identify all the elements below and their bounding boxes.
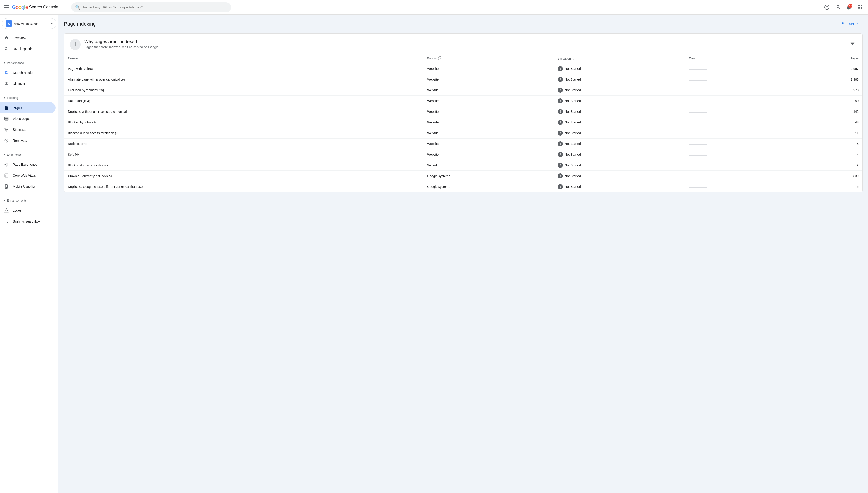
cell-pages: 273 [796,85,862,95]
card-title-area: Why pages aren't indexed Pages that aren… [84,39,845,49]
sidebar-item-logos[interactable]: Logos [0,205,56,216]
cell-pages: 5 [796,181,862,192]
cell-trend [685,63,796,74]
trend-sparkline [689,69,707,70]
sitemaps-icon [4,127,9,132]
validation-status-label: Not Started [565,174,581,178]
cell-source: Website [423,63,554,74]
trend-sparkline [689,177,707,177]
cell-trend [685,138,796,149]
svg-marker-23 [4,209,8,213]
sidebar-item-page-experience[interactable]: Page Experience [0,159,56,170]
svg-rect-13 [5,118,7,120]
table-row[interactable]: Excluded by 'noindex' tag Website ! Not … [64,85,862,95]
cell-validation: ! Not Started [554,85,685,95]
sidebar-item-sitemaps[interactable]: Sitemaps [0,124,56,135]
cell-reason: Duplicate without user-selected canonica… [64,106,423,117]
cell-source: Website [423,85,554,95]
sidebar-item-search-results[interactable]: G Search results [0,67,56,78]
sidebar-item-overview[interactable]: Overview [0,33,56,43]
validation-status-label: Not Started [565,153,581,156]
sidebar-item-pages[interactable]: Pages [0,102,56,113]
svg-rect-4 [859,5,860,6]
indexing-section-header[interactable]: ▾ Indexing [0,93,58,102]
cell-trend [685,106,796,117]
discover-icon: ✳ [4,81,9,86]
cell-reason: Crawled - currently not indexed [64,171,423,181]
validation-status-label: Not Started [565,131,581,135]
cell-pages: 250 [796,95,862,106]
hamburger-menu[interactable] [4,4,9,10]
search-small-icon [4,46,9,51]
validation-status-label: Not Started [565,142,581,146]
filter-button[interactable] [848,39,857,49]
notifications-button[interactable]: 23 [844,3,853,12]
svg-rect-9 [858,8,859,9]
cell-trend [685,181,796,192]
svg-rect-7 [859,7,860,8]
cell-validation: ! Not Started [554,95,685,106]
table-row[interactable]: Page with redirect Website ! Not Started… [64,63,862,74]
cell-validation: ! Not Started [554,171,685,181]
cell-pages: 11 [796,128,862,138]
table-row[interactable]: Blocked due to access forbidden (403) We… [64,128,862,138]
cell-trend [685,128,796,138]
table-row[interactable]: Soft 404 Website ! Not Started 4 [64,149,862,160]
table-row[interactable]: Blocked by robots.txt Website ! Not Star… [64,117,862,128]
apps-button[interactable] [855,3,864,12]
sidebar-item-discover[interactable]: ✳ Discover [0,78,56,89]
google-g-icon: G [4,70,9,76]
source-help-icon[interactable]: ? [438,56,442,61]
sidebar-item-url-inspection[interactable]: URL inspection [0,43,56,54]
sidebar-item-mobile-usability[interactable]: Mobile Usability [0,181,56,192]
sidebar-removals-label: Removals [13,139,27,143]
table-row[interactable]: Alternate page with proper canonical tag… [64,74,862,85]
table-row[interactable]: Duplicate without user-selected canonica… [64,106,862,117]
export-label: EXPORT [847,22,860,26]
core-web-vitals-icon [4,173,9,178]
search-bar[interactable]: 🔍 [71,2,231,12]
performance-section-header[interactable]: ▾ Performance [0,58,58,67]
sidebar-url-inspection-label: URL inspection [13,47,34,51]
sidebar-item-removals[interactable]: Removals [0,135,56,146]
sidebar-core-web-vitals-label: Core Web Vitals [13,174,36,177]
app-title: Search Console [29,5,58,9]
svg-rect-20 [5,174,8,177]
export-button[interactable]: EXPORT [838,20,863,28]
svg-rect-3 [858,5,859,6]
table-row[interactable]: Not found (404) Website ! Not Started 25… [64,95,862,106]
notification-badge: 23 [848,4,852,8]
svg-rect-8 [861,7,862,8]
cell-validation: ! Not Started [554,160,685,171]
accounts-button[interactable] [833,3,842,12]
col-validation[interactable]: Validation ↓ [554,53,685,63]
validation-status-icon: ! [558,77,563,82]
cell-reason: Page with redirect [64,63,423,74]
url-inspection-input[interactable] [83,5,227,9]
sidebar-sitelinks-searchbox-label: Sitelinks searchbox [13,219,40,223]
enhancements-section-header[interactable]: ▾ Enhancements [0,196,58,205]
why-pages-not-indexed-card: i Why pages aren't indexed Pages that ar… [64,33,863,192]
sidebar-item-sitelinks-searchbox[interactable]: Sitelinks searchbox [0,216,56,227]
table-row[interactable]: Blocked due to other 4xx issue Website !… [64,160,862,171]
collapse-indexing-icon: ▾ [4,96,5,99]
table-header: Reason Source ? Validation ↓ Trend [64,53,862,63]
sidebar-video-pages-label: Video pages [13,117,30,121]
cell-source: Website [423,128,554,138]
site-url: https://protuts.net/ [14,22,49,25]
svg-point-22 [6,187,7,188]
table-row[interactable]: Redirect error Website ! Not Started 4 [64,138,862,149]
table-row[interactable]: Duplicate, Google chose different canoni… [64,181,862,192]
cell-source: Website [423,117,554,128]
sidebar-item-video-pages[interactable]: Video pages [0,113,56,124]
col-trend: Trend [685,53,796,63]
table-row[interactable]: Crawled - currently not indexed Google s… [64,171,862,181]
indexing-section-label: Indexing [7,96,18,100]
help-button[interactable]: ? [822,3,831,12]
site-selector[interactable]: W https://protuts.net/ ▾ [2,18,57,29]
experience-section-header[interactable]: ▾ Experience [0,150,58,159]
sidebar-item-core-web-vitals[interactable]: Core Web Vitals [0,170,56,181]
logo-area: Google Search Console [12,4,58,10]
validation-status-label: Not Started [565,78,581,81]
layout: W https://protuts.net/ ▾ Overview URL in… [0,15,868,493]
